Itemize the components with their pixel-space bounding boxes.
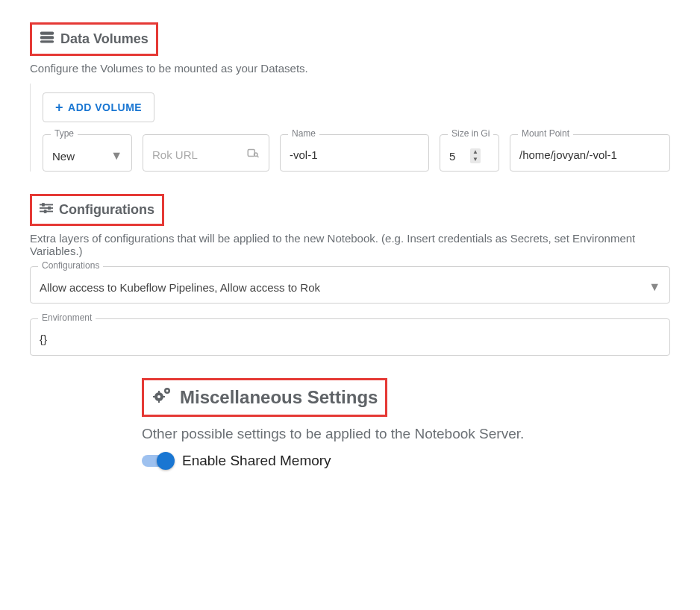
mount-input[interactable] [519, 148, 660, 161]
database-icon [40, 31, 54, 48]
mount-input-group: Mount Point [510, 134, 670, 172]
size-stepper[interactable]: ▲ ▼ [470, 148, 481, 163]
svg-rect-0 [40, 32, 54, 35]
type-label: Type [51, 128, 78, 139]
configurations-select-value: Allow access to Kubeflow Pipelines, Allo… [40, 281, 320, 294]
add-volume-button[interactable]: + ADD VOLUME [43, 92, 154, 122]
add-volume-label: ADD VOLUME [68, 101, 142, 113]
size-input[interactable] [449, 150, 470, 163]
rok-url-input[interactable] [152, 148, 246, 161]
mount-label: Mount Point [518, 128, 573, 139]
svg-rect-7 [43, 204, 45, 207]
name-input[interactable] [290, 148, 419, 161]
volume-container: + ADD VOLUME Type New ▼ Na [30, 84, 670, 172]
svg-rect-11 [44, 210, 46, 213]
data-volumes-header: Data Volumes [32, 25, 156, 54]
highlight-box-misc: Miscellaneous Settings [142, 378, 387, 417]
svg-line-5 [257, 156, 258, 157]
size-label: Size in Gi [448, 128, 493, 139]
shared-memory-toggle-row: Enable Shared Memory [142, 453, 670, 469]
data-volumes-section: Data Volumes Configure the Volumes to be… [30, 22, 670, 172]
stepper-down-icon[interactable]: ▼ [470, 156, 481, 163]
svg-rect-14 [158, 391, 160, 393]
configurations-description: Extra layers of configurations that will… [30, 232, 670, 257]
chevron-down-icon: ▼ [649, 280, 660, 294]
type-value: New [52, 150, 75, 163]
size-input-group: Size in Gi ▲ ▼ [440, 134, 499, 172]
highlight-box-configurations: Configurations [30, 194, 164, 226]
svg-rect-17 [163, 396, 165, 397]
rok-url-input-group[interactable] [143, 134, 269, 172]
highlight-box-data-volumes: Data Volumes [30, 22, 158, 56]
configurations-section: Configurations Extra layers of configura… [30, 194, 670, 356]
svg-rect-9 [49, 207, 51, 210]
svg-rect-16 [153, 396, 155, 397]
svg-rect-2 [40, 40, 54, 43]
plus-icon: + [55, 101, 63, 114]
shared-memory-toggle[interactable] [142, 455, 173, 467]
data-volumes-title: Data Volumes [60, 31, 149, 47]
environment-label: Environment [38, 312, 96, 323]
chevron-down-icon: ▼ [110, 149, 122, 163]
svg-point-13 [157, 395, 160, 398]
configurations-title: Configurations [59, 202, 154, 218]
configurations-header: Configurations [32, 196, 162, 224]
svg-point-19 [166, 390, 169, 392]
svg-rect-15 [158, 400, 160, 403]
sliders-icon [40, 202, 53, 218]
name-input-group: Name [280, 134, 429, 172]
rok-search-icon[interactable] [246, 146, 260, 163]
shared-memory-label: Enable Shared Memory [182, 453, 331, 469]
misc-title: Miscellaneous Settings [180, 387, 378, 408]
stepper-up-icon[interactable]: ▲ [470, 148, 481, 156]
misc-header: Miscellaneous Settings [144, 380, 385, 415]
configurations-select-label: Configurations [38, 260, 103, 271]
misc-description: Other possible settings to be applied to… [142, 426, 670, 442]
svg-rect-1 [40, 36, 54, 39]
gears-icon [151, 386, 172, 409]
name-label: Name [288, 128, 319, 139]
volume-row: Type New ▼ Name Size in Gi [43, 134, 670, 172]
data-volumes-description: Configure the Volumes to be mounted as y… [30, 62, 670, 75]
environment-input[interactable] [40, 333, 660, 345]
configurations-select[interactable]: Configurations Allow access to Kubeflow … [30, 266, 670, 304]
type-select[interactable]: Type New ▼ [43, 134, 132, 172]
toggle-knob [157, 452, 175, 470]
environment-input-group: Environment [30, 318, 670, 356]
misc-section: Miscellaneous Settings Other possible se… [142, 378, 670, 469]
